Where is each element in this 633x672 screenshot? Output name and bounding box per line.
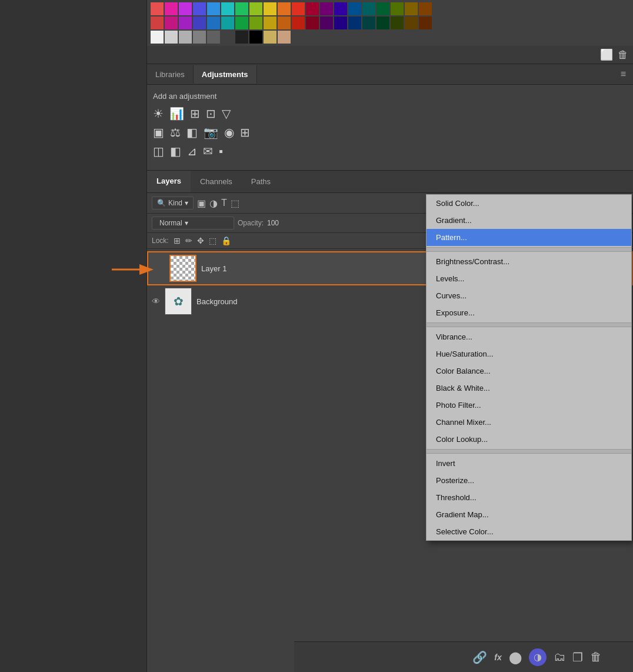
color-swatch[interactable] xyxy=(362,16,375,29)
menu-item[interactable]: Curves... xyxy=(427,287,631,304)
adjustment-layer-icon[interactable]: ◑ xyxy=(529,648,547,666)
color-swatch[interactable] xyxy=(165,31,178,44)
menu-item[interactable]: Levels... xyxy=(427,270,631,287)
menu-item[interactable]: Selective Color... xyxy=(427,523,631,540)
color-swatch[interactable] xyxy=(348,16,361,29)
color-swatch[interactable] xyxy=(207,31,220,44)
folder-icon[interactable]: 🗂 xyxy=(554,650,565,664)
color-swatch[interactable] xyxy=(165,2,178,15)
color-swatch[interactable] xyxy=(235,2,248,15)
grid-icon[interactable]: ⊞ xyxy=(240,125,250,139)
trash-icon[interactable]: 🗑 xyxy=(590,650,602,664)
color-swatch[interactable] xyxy=(165,16,178,29)
layer-adjust-icon[interactable]: ◑ xyxy=(209,198,218,209)
color-swatch[interactable] xyxy=(391,16,404,29)
tab-adjustments[interactable]: Adjustments xyxy=(194,65,257,84)
filter-icon[interactable]: 📷 xyxy=(204,125,218,139)
color-swatch[interactable] xyxy=(334,16,347,29)
lock-paint-icon[interactable]: ✏ xyxy=(185,236,192,245)
color-swatch[interactable] xyxy=(193,2,206,15)
threshold-icon[interactable]: ⊿ xyxy=(187,144,197,158)
menu-item[interactable]: Exposure... xyxy=(427,304,631,321)
menu-item[interactable]: Solid Color... xyxy=(427,195,631,212)
menu-item[interactable]: Hue/Saturation... xyxy=(427,345,631,362)
layer-shape-icon[interactable]: ⬚ xyxy=(231,198,239,209)
link-icon[interactable]: 🔗 xyxy=(472,650,487,664)
color-swatch[interactable] xyxy=(207,2,220,15)
circle-fill-icon[interactable]: ⬤ xyxy=(509,650,522,664)
color-swatch[interactable] xyxy=(334,2,347,15)
balance-icon[interactable]: ⚖ xyxy=(170,125,181,139)
color-swatch[interactable] xyxy=(320,2,333,15)
color-swatch[interactable] xyxy=(405,2,418,15)
menu-item[interactable]: Color Balance... xyxy=(427,362,631,380)
blend-mode-dropdown[interactable]: Normal ▾ xyxy=(152,217,234,229)
color-swatch[interactable] xyxy=(391,2,404,15)
menu-item[interactable]: Photo Filter... xyxy=(427,397,631,414)
levels-icon[interactable]: 📊 xyxy=(169,107,184,121)
color-swatch[interactable] xyxy=(179,16,192,29)
color-swatch[interactable] xyxy=(151,31,164,44)
layer-text-icon[interactable]: T xyxy=(221,198,227,208)
lock-artboard-icon[interactable]: ⬚ xyxy=(209,236,216,245)
lock-all-icon[interactable]: 🔒 xyxy=(221,236,231,245)
background-visibility-icon[interactable]: 👁 xyxy=(152,297,160,306)
menu-item[interactable]: Black & White... xyxy=(427,380,631,397)
color-swatch[interactable] xyxy=(235,31,248,44)
color-swatch[interactable] xyxy=(221,16,234,29)
menu-item[interactable]: Threshold... xyxy=(427,489,631,506)
tab-menu-icon[interactable]: ≡ xyxy=(614,64,633,84)
delete-swatch-button[interactable]: 🗑 xyxy=(618,48,628,61)
gradmap-icon[interactable]: ✉ xyxy=(203,144,213,158)
layer-image-icon[interactable]: ▣ xyxy=(197,198,206,209)
brightness-icon[interactable]: ☀ xyxy=(153,107,164,121)
opacity-value[interactable]: 100 xyxy=(267,219,279,227)
menu-item[interactable]: Pattern... xyxy=(427,229,631,246)
vibrance-icon[interactable]: ▽ xyxy=(222,107,231,121)
color-swatch[interactable] xyxy=(348,2,361,15)
color-swatch[interactable] xyxy=(193,31,206,44)
color-swatch[interactable] xyxy=(179,31,192,44)
color-swatch[interactable] xyxy=(306,2,319,15)
tab-layers[interactable]: Layers xyxy=(147,171,191,192)
selcolor-icon[interactable]: ▪ xyxy=(219,145,223,158)
color-swatch[interactable] xyxy=(151,2,164,15)
color-swatch[interactable] xyxy=(264,2,276,15)
menu-item[interactable]: Vibrance... xyxy=(427,328,631,345)
color-swatch[interactable] xyxy=(419,2,432,15)
invert-icon[interactable]: ◫ xyxy=(153,144,164,158)
color-swatch[interactable] xyxy=(306,16,319,29)
color-swatch[interactable] xyxy=(249,31,262,44)
color-swatch[interactable] xyxy=(362,2,375,15)
menu-item[interactable]: Color Lookup... xyxy=(427,431,631,448)
color-swatch[interactable] xyxy=(405,16,418,29)
color-swatch[interactable] xyxy=(320,16,333,29)
menu-item[interactable]: Brightness/Contrast... xyxy=(427,253,631,270)
fx-button[interactable]: fx xyxy=(494,653,501,662)
curves-icon[interactable]: ⊞ xyxy=(190,107,200,121)
color-swatch[interactable] xyxy=(249,16,262,29)
menu-item[interactable]: Gradient... xyxy=(427,212,631,229)
menu-item[interactable]: Invert xyxy=(427,455,631,472)
color-swatch[interactable] xyxy=(292,16,305,29)
tab-libraries[interactable]: Libraries xyxy=(147,65,194,84)
color-swatch[interactable] xyxy=(221,31,234,44)
color-swatch[interactable] xyxy=(377,16,389,29)
lock-move-icon[interactable]: ✥ xyxy=(197,236,204,245)
new-layer-icon[interactable]: ❐ xyxy=(572,650,583,664)
hsl-icon[interactable]: ▣ xyxy=(153,125,164,139)
color-swatch[interactable] xyxy=(264,16,276,29)
color-swatch[interactable] xyxy=(207,16,220,29)
color-swatch[interactable] xyxy=(221,2,234,15)
bw-icon[interactable]: ◧ xyxy=(186,125,198,139)
channel-icon[interactable]: ◉ xyxy=(224,125,234,139)
posterize-icon[interactable]: ◧ xyxy=(170,144,181,158)
color-swatch[interactable] xyxy=(235,16,248,29)
color-swatch[interactable] xyxy=(151,16,164,29)
menu-item[interactable]: Channel Mixer... xyxy=(427,414,631,431)
color-swatch[interactable] xyxy=(377,2,389,15)
kind-dropdown[interactable]: 🔍 Kind ▾ xyxy=(152,197,194,209)
menu-item[interactable]: Posterize... xyxy=(427,472,631,489)
color-swatch[interactable] xyxy=(419,16,432,29)
tab-channels[interactable]: Channels xyxy=(191,171,242,192)
